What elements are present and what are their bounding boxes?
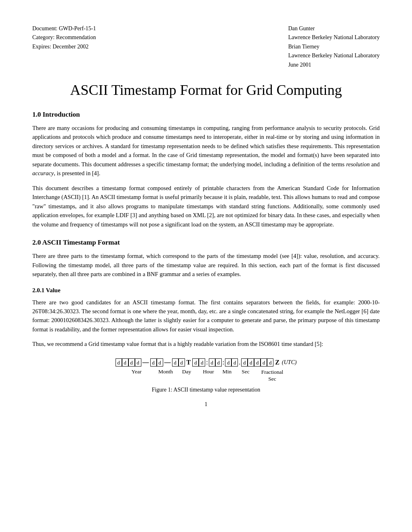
day-group: d d <box>172 358 185 367</box>
section-1-p1: There are many occasions for producing a… <box>32 124 380 178</box>
day-d2: d <box>179 358 185 367</box>
section-2-1: 2.0.1 Value There are two good candidate… <box>32 287 380 349</box>
author2: Brian Tierney <box>288 42 380 51</box>
colon2: : <box>222 359 225 366</box>
section-2: 2.0 ASCII Timestamp Format There are thr… <box>32 239 380 349</box>
day-label: Day <box>180 369 193 375</box>
year-d4: d <box>135 358 141 367</box>
frac-d2: d <box>248 358 254 367</box>
hour-d1: d <box>192 358 199 367</box>
section-2-1-p2: Thus, we recommend a Grid timestamp valu… <box>32 339 380 348</box>
page: Document: GWD-Perf-15-1 Category: Recomm… <box>0 0 412 532</box>
frac-d3: d <box>254 358 261 367</box>
date: June 2001 <box>288 61 380 69</box>
year-d3: d <box>128 358 135 367</box>
sec-group: d d <box>225 358 238 367</box>
section-2-1-heading: 2.0.1 Value <box>32 287 380 294</box>
T-separator: T <box>185 359 193 366</box>
month-d1: d <box>150 358 157 367</box>
section-2-p1: There are three parts to the timestamp f… <box>32 251 380 279</box>
utc-label: (UTC) <box>281 359 297 366</box>
frac-group: d d d d d <box>241 358 273 367</box>
section-1-heading: 1.0 Introduction <box>32 111 380 119</box>
org2: Lawrence Berkeley National Laboratory <box>288 51 380 60</box>
hour-group: d d <box>192 358 205 367</box>
category: Category: Recommendation <box>32 33 96 42</box>
section-2-heading: 2.0 ASCII Timestamp Format <box>32 239 380 247</box>
frac-d4: d <box>261 358 267 367</box>
header-left: Document: GWD-Perf-15-1 Category: Recomm… <box>32 24 96 69</box>
min-group: d d <box>209 358 222 367</box>
figure-1: d d d d — d d — d d <box>32 358 380 393</box>
year-label: Year <box>124 369 149 375</box>
figure-caption: Figure 1: ASCII timestamp value represen… <box>32 387 380 393</box>
min-d1: d <box>209 358 215 367</box>
hour-d2: d <box>199 358 205 367</box>
org1: Lawrence Berkeley National Laboratory <box>288 33 380 42</box>
sec-d2: d <box>231 358 238 367</box>
frac-label: Fractional Sec <box>256 369 288 383</box>
author1: Dan Gunter <box>288 24 380 33</box>
doc-id: Document: GWD-Perf-15-1 <box>32 24 96 33</box>
sec-d1: d <box>225 358 231 367</box>
dot-separator: . <box>238 359 241 366</box>
year-group: d d d d <box>116 358 141 367</box>
day-d1: d <box>172 358 179 367</box>
min-label: Min <box>221 369 233 375</box>
year-d1: d <box>116 358 122 367</box>
timestamp-diagram: d d d d — d d — d d <box>116 358 297 383</box>
section-2-1-p1: There are two good candidates for an ASC… <box>32 298 380 334</box>
frac-d1: d <box>241 358 248 367</box>
term-resolution: resolution <box>346 161 370 168</box>
month-d2: d <box>157 358 163 367</box>
section-1-p2: This document describes a timestamp form… <box>32 184 380 229</box>
dash2: — <box>163 359 172 366</box>
term-accuracy: accuracy <box>32 170 54 176</box>
sec-label: Sec <box>239 369 252 375</box>
expires: Expires: December 2002 <box>32 42 96 51</box>
Z-label: Z <box>273 359 281 366</box>
page-title: ASCII Timestamp Format for Grid Computin… <box>32 82 380 98</box>
timestamp-row: d d d d — d d — d d <box>116 358 297 367</box>
dash1: — <box>141 359 150 366</box>
section-1: 1.0 Introduction There are many occasion… <box>32 111 380 229</box>
month-group: d d <box>150 358 163 367</box>
year-d2: d <box>122 358 128 367</box>
min-d2: d <box>215 358 222 367</box>
header-right: Dan Gunter Lawrence Berkeley National La… <box>288 24 380 69</box>
colon1: : <box>205 359 208 366</box>
frac-d5: d <box>267 358 273 367</box>
hour-label: Hour <box>202 369 215 375</box>
header: Document: GWD-Perf-15-1 Category: Recomm… <box>32 24 380 69</box>
page-number: 1 <box>32 401 380 408</box>
month-label: Month <box>158 369 171 375</box>
